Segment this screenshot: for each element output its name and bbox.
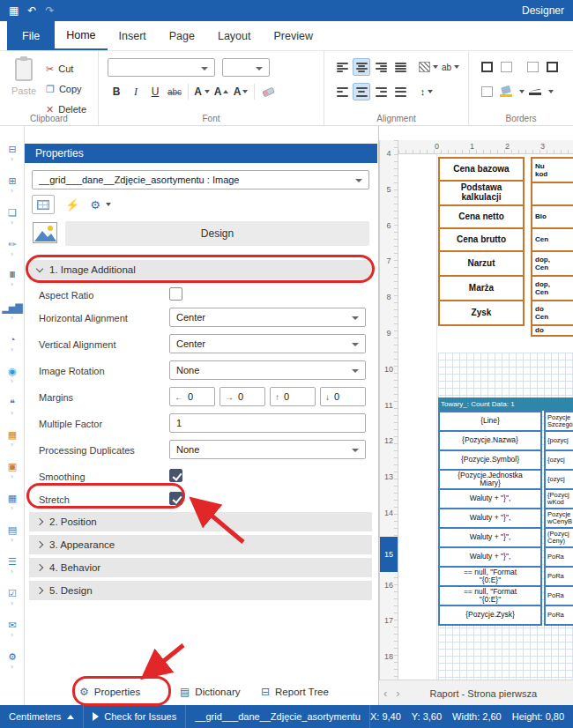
line-color-button[interactable] (526, 83, 544, 100)
report-cell[interactable]: Pozycje Szczegó (544, 411, 573, 432)
toolbox-cross-band-icon[interactable]: ⊞› (0, 175, 24, 207)
tab-insert[interactable]: Insert (108, 21, 158, 50)
toolbox-map-icon[interactable]: ◉› (0, 366, 24, 397)
report-cell[interactable]: Cena brutto (438, 227, 525, 252)
font-name-select[interactable] (108, 58, 215, 77)
align-right-button[interactable] (372, 58, 390, 76)
page-tab-label[interactable]: Raport - Strona pierwsza (405, 688, 573, 699)
tab-preview[interactable]: Preview (263, 21, 324, 50)
align-left-button[interactable] (333, 58, 351, 76)
report-cell[interactable]: Nu kod (531, 157, 573, 183)
clear-formatting-button[interactable] (259, 83, 277, 100)
margin-top-input[interactable]: ↑0 (270, 387, 316, 406)
report-cell[interactable]: == null, "Format "{0:E}" (438, 566, 542, 587)
report-cell[interactable]: Zysk (438, 300, 525, 326)
align-stretch-button[interactable] (391, 83, 409, 100)
font-size-select[interactable] (222, 58, 270, 77)
margin-left-input[interactable]: ←0 (169, 387, 215, 406)
redo-icon[interactable]: ↷ (45, 5, 54, 16)
report-cell[interactable]: Cena bazowa (438, 157, 525, 182)
report-cell[interactable]: == null, "Format "{0:E}" (438, 585, 542, 606)
component-selector[interactable]: __grid___dane__Zdjęcie_asortymentu : Ima… (32, 170, 369, 189)
report-cell[interactable]: {Pozycje.Jednostka Miary} (438, 469, 542, 490)
toolbox-barcode-icon[interactable]: ‖‖› (0, 271, 24, 302)
copy-button[interactable]: ❐ Copy (46, 80, 82, 98)
tab-file[interactable]: File (7, 21, 55, 50)
toolbox-comment-icon[interactable]: ❝› (0, 397, 24, 429)
report-cell[interactable]: Narzut (438, 250, 525, 277)
data-band-header[interactable]: Towary_: Count Data: 1 (438, 397, 573, 411)
report-cell[interactable]: do Cen (531, 300, 573, 326)
toolbox-gauge-icon[interactable]: ◔› (0, 334, 24, 366)
all-borders-button[interactable] (478, 58, 495, 76)
report-cell[interactable]: PoRa (544, 585, 573, 606)
section-position[interactable]: 2. Position (29, 512, 372, 531)
units-select[interactable]: Centimeters (0, 705, 84, 728)
report-cell[interactable]: Waluty + "}", (438, 527, 542, 548)
report-cell[interactable]: {Pozycje.Nazwa} (438, 430, 542, 451)
strikethrough-button[interactable]: abc (166, 83, 183, 100)
report-cell[interactable]: dop, Cen (531, 275, 573, 301)
next-page-button[interactable]: › (391, 687, 404, 700)
report-cell[interactable]: do (531, 324, 573, 337)
line-spacing-button[interactable]: ↕ (418, 83, 435, 100)
report-cell[interactable]: Blo (531, 204, 573, 229)
toolbox-band-icon[interactable]: ⊟› (0, 144, 24, 175)
report-cell[interactable]: Pozycje wCenyB (544, 508, 573, 529)
report-cell[interactable]: PoRa (544, 605, 573, 626)
report-cell[interactable]: PoRa (544, 546, 573, 568)
previous-page-button[interactable]: ‹ (379, 687, 391, 700)
inside-borders-button[interactable] (524, 58, 541, 76)
section-behavior[interactable]: 4. Behavior (29, 558, 372, 577)
tab-page[interactable]: Page (158, 21, 206, 50)
toolbox-table-icon[interactable]: ▦› (0, 493, 24, 524)
horizontal-ruler[interactable]: 0 1 2 3 (398, 140, 573, 154)
font-color-button[interactable]: A (193, 83, 211, 100)
margin-right-input[interactable]: →0 (220, 387, 265, 406)
toolbox-style-brush-icon[interactable]: ✏› (0, 239, 24, 271)
outside-borders-button[interactable] (543, 58, 561, 76)
vertical-ruler[interactable]: 4 5 6 7 8 9 10 11 12 13 14 15 16 17 18 (379, 140, 398, 680)
report-cell[interactable]: Waluty + "}", (438, 508, 542, 529)
report-cell[interactable]: {Pozycje.Symbol} (438, 449, 542, 471)
tab-layout[interactable]: Layout (206, 21, 263, 50)
fill-color-button[interactable] (497, 83, 515, 100)
report-cell[interactable] (531, 182, 573, 206)
report-cell[interactable]: PoRa (544, 566, 573, 587)
toolbox-list-icon[interactable]: ☰› (0, 556, 24, 588)
italic-button[interactable]: I (127, 83, 145, 100)
horizontal-alignment-select[interactable]: Center (169, 308, 366, 327)
design-button[interactable]: Design (65, 221, 369, 246)
section-design[interactable]: 5. Design (29, 581, 372, 600)
shrink-font-button[interactable]: A (232, 83, 249, 100)
report-cell[interactable]: Waluty + "}", (438, 488, 542, 509)
tab-dictionary[interactable]: ▤Dictionary (180, 681, 240, 702)
text-brush-button[interactable] (418, 58, 439, 76)
report-cell[interactable]: dop, Cen (531, 250, 573, 277)
vertical-alignment-select[interactable]: Center (169, 334, 366, 353)
align-justify-button[interactable] (391, 58, 409, 76)
undo-icon[interactable]: ↶ (27, 5, 36, 16)
tab-properties[interactable]: ⚙Properties (79, 681, 140, 702)
margin-bottom-input[interactable]: ↓0 (320, 387, 366, 406)
align-center-button[interactable] (353, 58, 370, 76)
underline-button[interactable]: U (146, 83, 164, 100)
settings-button[interactable]: ⚙ (90, 198, 111, 212)
app-icon[interactable]: ▦ (9, 5, 19, 16)
align-middle-button[interactable] (353, 83, 370, 100)
selected-component-name[interactable]: __grid___dane__Zdjęcie_asortymentu (186, 705, 370, 728)
check-issues-button[interactable]: Check for Issues (84, 705, 186, 728)
toolbox-cross-tab-icon[interactable]: ▤› (0, 524, 24, 556)
toolbox-image-icon[interactable]: ▣› (0, 461, 24, 493)
report-cell[interactable]: {ozycj (544, 469, 573, 490)
events-button[interactable]: ⚡ (65, 198, 79, 212)
report-cell[interactable]: Podstawa kalkulacji (438, 180, 525, 206)
toolbox-mail-icon[interactable]: ✉› (0, 620, 24, 651)
section-image-additional[interactable]: 1. Image Additional (29, 260, 372, 279)
cut-button[interactable]: ✂ Cut (46, 60, 73, 78)
stretch-checkbox[interactable] (169, 492, 182, 505)
categorized-view-button[interactable] (32, 195, 55, 214)
no-borders-button[interactable] (497, 58, 515, 76)
aspect-ratio-checkbox[interactable] (169, 287, 182, 301)
smoothing-checkbox[interactable] (169, 469, 182, 482)
